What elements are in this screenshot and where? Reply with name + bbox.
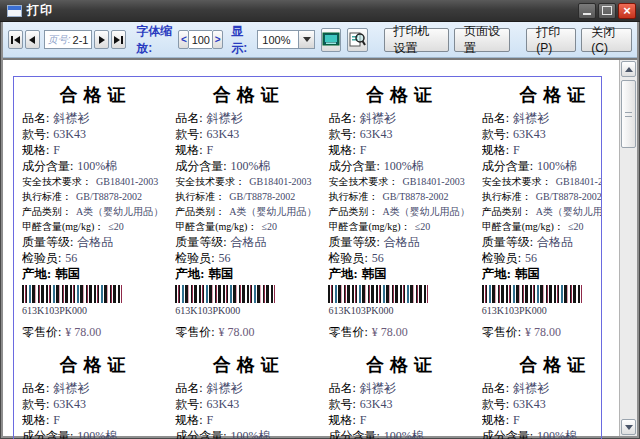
arrow-left-icon xyxy=(14,36,20,44)
price-label: 零售价: xyxy=(175,324,214,340)
print-button[interactable]: 打印(P) xyxy=(526,28,576,52)
scroll-up-button[interactable] xyxy=(621,61,636,77)
certificate-label: 合格证 品名:斜襟衫款号:63K43规格:F成分含量:100%棉安全技术要求：G… xyxy=(16,81,169,341)
certificate-field: 品名:斜襟衫 xyxy=(482,110,602,126)
scrollbar-thumb[interactable] xyxy=(621,80,636,148)
price-label: 零售价: xyxy=(22,324,61,340)
prev-page-button[interactable] xyxy=(25,30,40,49)
close-dialog-button[interactable]: 关闭(C) xyxy=(581,28,632,52)
certificate-fields: 品名:斜襟衫款号:63K43规格:F成分含量:100%棉安全技术要求：GB184… xyxy=(175,110,316,282)
toolbar: 页号: 2-1 字体缩放: < 100 > 显示: 100% xyxy=(3,22,637,58)
page-number-value: 2-1 xyxy=(73,34,89,46)
certificate-label: 合格证 品名:斜襟衫款号:63K43规格:F成分含量:100%棉安全技术要求：G… xyxy=(16,351,169,439)
certificate-label: 合格证 品名:斜襟衫款号:63K43规格:F成分含量:100%棉安全技术要求：G… xyxy=(322,351,475,439)
display-zoom-dropdown-button[interactable] xyxy=(299,30,315,49)
certificate-label: 合格证 品名:斜襟衫款号:63K43规格:F成分含量:100%棉安全技术要求：G… xyxy=(169,351,322,439)
arrow-left-icon xyxy=(29,36,35,44)
scroll-down-button[interactable] xyxy=(621,419,636,435)
certificate-field: 安全技术要求：GB18401-2003 xyxy=(175,174,316,189)
certificate-field: 规格:F xyxy=(22,412,163,428)
window-icon xyxy=(7,5,22,17)
certificate-field: 款号:63K43 xyxy=(175,396,316,412)
barcode xyxy=(175,285,275,303)
certificate-grid: 合格证 品名:斜襟衫款号:63K43规格:F成分含量:100%棉安全技术要求：G… xyxy=(14,77,601,439)
certificate-field: 质量等级:合格品 xyxy=(175,234,316,250)
next-page-button[interactable] xyxy=(94,30,109,49)
barcode-text: 613K103PK000 xyxy=(22,304,163,318)
certificate-label: 合格证 品名:斜襟衫款号:63K43规格:F成分含量:100%棉安全技术要求：G… xyxy=(322,81,475,341)
price-row: 零售价: ¥ 78.00 xyxy=(22,324,163,340)
print-dialog-window: 打印 × 页号: 2-1 字体缩放: < 100 > 显示: 100% xyxy=(0,0,640,439)
certificate-field: 产地:韩国 xyxy=(22,266,163,282)
certificate-field: 品名:斜襟衫 xyxy=(482,380,602,396)
certificate-field: 产地:韩国 xyxy=(175,266,316,282)
page-setup-button[interactable]: 页面设置 xyxy=(454,28,510,52)
certificate-field: 成分含量:100%棉 xyxy=(22,158,163,174)
last-page-button[interactable] xyxy=(111,30,126,49)
barcode-text: 613K103PK000 xyxy=(175,304,316,318)
barcode xyxy=(482,285,582,303)
certificate-fields: 品名:斜襟衫款号:63K43规格:F成分含量:100%棉安全技术要求：GB184… xyxy=(22,380,163,439)
certificate-field: 检验员:56 xyxy=(175,250,316,266)
certificate-field: 安全技术要求：GB18401-2003 xyxy=(328,174,469,189)
first-page-icon xyxy=(11,36,13,44)
certificate-title: 合格证 xyxy=(175,353,316,377)
display-zoom-select[interactable]: 100% xyxy=(257,30,315,49)
maximize-button[interactable] xyxy=(598,3,616,19)
zoom-preview-button[interactable] xyxy=(347,28,367,52)
certificate-fields: 品名:斜襟衫款号:63K43规格:F成分含量:100%棉安全技术要求：GB184… xyxy=(482,380,602,439)
barcode-text: 613K103PK000 xyxy=(328,304,469,318)
certificate-field: 执行标准：GB/T8878-2002 xyxy=(328,189,469,204)
font-zoom-decrease-button[interactable]: < xyxy=(178,30,189,49)
certificate-field: 品名:斜襟衫 xyxy=(175,110,316,126)
barcode-text: 613K103PK000 xyxy=(482,304,602,318)
certificate-fields: 品名:斜襟衫款号:63K43规格:F成分含量:100%棉安全技术要求：GB184… xyxy=(482,110,602,282)
price-value: ¥ 78.00 xyxy=(372,324,408,340)
certificate-field: 品名:斜襟衫 xyxy=(22,380,163,396)
certificate-field: 款号:63K43 xyxy=(175,126,316,142)
close-button[interactable]: × xyxy=(618,3,636,19)
arrow-up-icon xyxy=(625,67,633,72)
price-row: 零售价: ¥ 78.00 xyxy=(482,324,602,340)
minimize-button[interactable] xyxy=(578,3,596,19)
font-zoom-increase-button[interactable]: > xyxy=(212,30,223,49)
certificate-field: 质量等级:合格品 xyxy=(482,234,602,250)
display-zoom-value: 100% xyxy=(257,30,299,49)
certificate-title: 合格证 xyxy=(175,83,316,107)
certificate-field: 质量等级:合格品 xyxy=(22,234,163,250)
certificate-field: 甲醛含量(mg/kg)：≤20 xyxy=(175,219,316,234)
certificate-field: 检验员:56 xyxy=(328,250,469,266)
certificate-label: 合格证 品名:斜襟衫款号:63K43规格:F成分含量:100%棉安全技术要求：G… xyxy=(476,351,602,439)
page-number-field[interactable]: 页号: 2-1 xyxy=(44,30,93,49)
last-page-icon xyxy=(121,36,123,44)
printer-setup-button[interactable]: 打印机设置 xyxy=(384,28,449,52)
certificate-field: 规格:F xyxy=(482,142,602,158)
fullscreen-preview-button[interactable] xyxy=(321,28,341,52)
certificate-field: 执行标准：GB/T8878-2002 xyxy=(482,189,602,204)
certificate-title: 合格证 xyxy=(482,83,602,107)
window-title: 打印 xyxy=(27,2,53,19)
arrow-right-icon xyxy=(114,36,120,44)
first-page-button[interactable] xyxy=(8,30,23,49)
certificate-fields: 品名:斜襟衫款号:63K43规格:F成分含量:100%棉安全技术要求：GB184… xyxy=(328,110,469,282)
chevron-down-icon xyxy=(303,37,311,42)
font-zoom-value[interactable]: 100 xyxy=(189,30,212,49)
certificate-field: 产品类别：A类（婴幼儿用品） xyxy=(482,204,602,219)
fullscreen-preview-icon xyxy=(322,32,340,47)
certificate-field: 甲醛含量(mg/kg)：≤20 xyxy=(22,219,163,234)
price-value: ¥ 78.00 xyxy=(65,324,101,340)
certificate-field: 检验员:56 xyxy=(482,250,602,266)
certificate-field: 执行标准：GB/T8878-2002 xyxy=(175,189,316,204)
certificate-field: 品名:斜襟衫 xyxy=(328,110,469,126)
certificate-field: 安全技术要求：GB18401-2003 xyxy=(482,174,602,189)
price-label: 零售价: xyxy=(328,324,367,340)
certificate-title: 合格证 xyxy=(482,353,602,377)
certificate-field: 成分含量:100%棉 xyxy=(482,158,602,174)
certificate-title: 合格证 xyxy=(22,353,163,377)
certificate-field: 成分含量:100%棉 xyxy=(328,428,469,439)
certificate-field: 品名:斜襟衫 xyxy=(22,110,163,126)
certificate-field: 品名:斜襟衫 xyxy=(175,380,316,396)
thumb-grip-icon xyxy=(625,112,632,117)
certificate-field: 款号:63K43 xyxy=(22,396,163,412)
vertical-scrollbar[interactable] xyxy=(619,60,637,436)
